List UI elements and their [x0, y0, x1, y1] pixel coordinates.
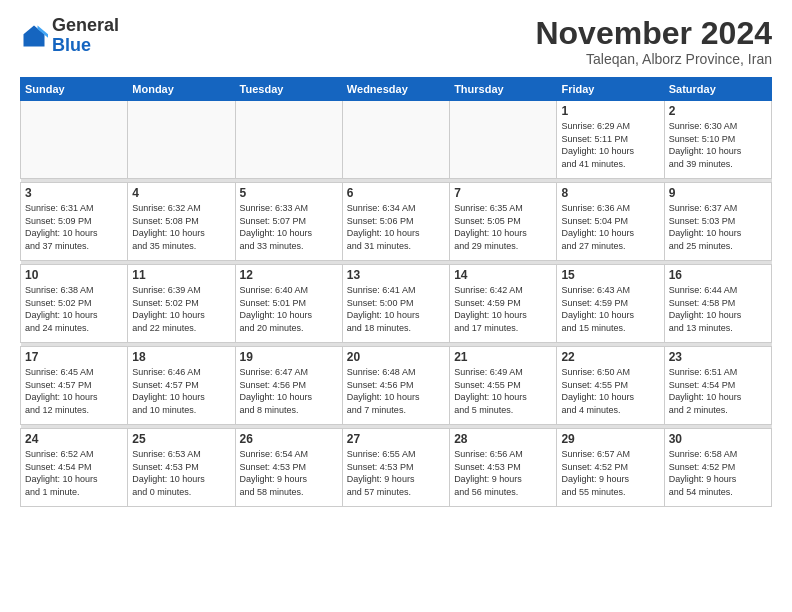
table-cell: 21Sunrise: 6:49 AM Sunset: 4:55 PM Dayli…: [450, 347, 557, 425]
logo-general: General: [52, 15, 119, 35]
svg-marker-0: [24, 25, 45, 46]
logo-text: General Blue: [52, 16, 119, 56]
day-number: 26: [240, 432, 338, 446]
day-info: Sunrise: 6:45 AM Sunset: 4:57 PM Dayligh…: [25, 366, 123, 416]
col-saturday: Saturday: [664, 78, 771, 101]
day-info: Sunrise: 6:34 AM Sunset: 5:06 PM Dayligh…: [347, 202, 445, 252]
table-cell: 7Sunrise: 6:35 AM Sunset: 5:05 PM Daylig…: [450, 183, 557, 261]
table-cell: 25Sunrise: 6:53 AM Sunset: 4:53 PM Dayli…: [128, 429, 235, 507]
day-info: Sunrise: 6:49 AM Sunset: 4:55 PM Dayligh…: [454, 366, 552, 416]
day-number: 3: [25, 186, 123, 200]
day-info: Sunrise: 6:53 AM Sunset: 4:53 PM Dayligh…: [132, 448, 230, 498]
day-number: 20: [347, 350, 445, 364]
day-info: Sunrise: 6:31 AM Sunset: 5:09 PM Dayligh…: [25, 202, 123, 252]
week-row-2: 3Sunrise: 6:31 AM Sunset: 5:09 PM Daylig…: [21, 183, 772, 261]
day-info: Sunrise: 6:32 AM Sunset: 5:08 PM Dayligh…: [132, 202, 230, 252]
day-info: Sunrise: 6:30 AM Sunset: 5:10 PM Dayligh…: [669, 120, 767, 170]
col-wednesday: Wednesday: [342, 78, 449, 101]
day-info: Sunrise: 6:29 AM Sunset: 5:11 PM Dayligh…: [561, 120, 659, 170]
day-info: Sunrise: 6:42 AM Sunset: 4:59 PM Dayligh…: [454, 284, 552, 334]
day-info: Sunrise: 6:56 AM Sunset: 4:53 PM Dayligh…: [454, 448, 552, 498]
day-info: Sunrise: 6:41 AM Sunset: 5:00 PM Dayligh…: [347, 284, 445, 334]
page: General Blue November 2024 Taleqan, Albo…: [0, 0, 792, 612]
day-info: Sunrise: 6:44 AM Sunset: 4:58 PM Dayligh…: [669, 284, 767, 334]
day-number: 29: [561, 432, 659, 446]
logo: General Blue: [20, 16, 119, 56]
day-info: Sunrise: 6:40 AM Sunset: 5:01 PM Dayligh…: [240, 284, 338, 334]
day-number: 14: [454, 268, 552, 282]
table-cell: [128, 101, 235, 179]
table-cell: 27Sunrise: 6:55 AM Sunset: 4:53 PM Dayli…: [342, 429, 449, 507]
table-cell: 3Sunrise: 6:31 AM Sunset: 5:09 PM Daylig…: [21, 183, 128, 261]
day-number: 6: [347, 186, 445, 200]
header: General Blue November 2024 Taleqan, Albo…: [20, 16, 772, 67]
day-number: 28: [454, 432, 552, 446]
day-info: Sunrise: 6:50 AM Sunset: 4:55 PM Dayligh…: [561, 366, 659, 416]
day-number: 15: [561, 268, 659, 282]
day-number: 27: [347, 432, 445, 446]
col-sunday: Sunday: [21, 78, 128, 101]
table-cell: 22Sunrise: 6:50 AM Sunset: 4:55 PM Dayli…: [557, 347, 664, 425]
day-number: 10: [25, 268, 123, 282]
table-cell: 19Sunrise: 6:47 AM Sunset: 4:56 PM Dayli…: [235, 347, 342, 425]
day-info: Sunrise: 6:33 AM Sunset: 5:07 PM Dayligh…: [240, 202, 338, 252]
table-cell: 11Sunrise: 6:39 AM Sunset: 5:02 PM Dayli…: [128, 265, 235, 343]
day-number: 12: [240, 268, 338, 282]
table-cell: 2Sunrise: 6:30 AM Sunset: 5:10 PM Daylig…: [664, 101, 771, 179]
day-info: Sunrise: 6:57 AM Sunset: 4:52 PM Dayligh…: [561, 448, 659, 498]
title-block: November 2024 Taleqan, Alborz Province, …: [535, 16, 772, 67]
day-info: Sunrise: 6:55 AM Sunset: 4:53 PM Dayligh…: [347, 448, 445, 498]
day-number: 4: [132, 186, 230, 200]
day-number: 11: [132, 268, 230, 282]
day-info: Sunrise: 6:35 AM Sunset: 5:05 PM Dayligh…: [454, 202, 552, 252]
day-number: 13: [347, 268, 445, 282]
table-cell: 26Sunrise: 6:54 AM Sunset: 4:53 PM Dayli…: [235, 429, 342, 507]
day-number: 5: [240, 186, 338, 200]
week-row-3: 10Sunrise: 6:38 AM Sunset: 5:02 PM Dayli…: [21, 265, 772, 343]
table-cell: 9Sunrise: 6:37 AM Sunset: 5:03 PM Daylig…: [664, 183, 771, 261]
table-cell: 13Sunrise: 6:41 AM Sunset: 5:00 PM Dayli…: [342, 265, 449, 343]
table-cell: 30Sunrise: 6:58 AM Sunset: 4:52 PM Dayli…: [664, 429, 771, 507]
table-cell: 24Sunrise: 6:52 AM Sunset: 4:54 PM Dayli…: [21, 429, 128, 507]
week-row-5: 24Sunrise: 6:52 AM Sunset: 4:54 PM Dayli…: [21, 429, 772, 507]
calendar-header: Sunday Monday Tuesday Wednesday Thursday…: [21, 78, 772, 101]
day-info: Sunrise: 6:48 AM Sunset: 4:56 PM Dayligh…: [347, 366, 445, 416]
day-info: Sunrise: 6:37 AM Sunset: 5:03 PM Dayligh…: [669, 202, 767, 252]
table-cell: [21, 101, 128, 179]
col-friday: Friday: [557, 78, 664, 101]
day-number: 16: [669, 268, 767, 282]
location-subtitle: Taleqan, Alborz Province, Iran: [535, 51, 772, 67]
table-cell: 5Sunrise: 6:33 AM Sunset: 5:07 PM Daylig…: [235, 183, 342, 261]
day-number: 30: [669, 432, 767, 446]
day-number: 2: [669, 104, 767, 118]
day-info: Sunrise: 6:36 AM Sunset: 5:04 PM Dayligh…: [561, 202, 659, 252]
table-cell: 20Sunrise: 6:48 AM Sunset: 4:56 PM Dayli…: [342, 347, 449, 425]
table-cell: [450, 101, 557, 179]
col-thursday: Thursday: [450, 78, 557, 101]
logo-icon: [20, 22, 48, 50]
table-cell: 12Sunrise: 6:40 AM Sunset: 5:01 PM Dayli…: [235, 265, 342, 343]
day-number: 25: [132, 432, 230, 446]
logo-blue: Blue: [52, 35, 91, 55]
weekday-row: Sunday Monday Tuesday Wednesday Thursday…: [21, 78, 772, 101]
table-cell: 23Sunrise: 6:51 AM Sunset: 4:54 PM Dayli…: [664, 347, 771, 425]
day-number: 8: [561, 186, 659, 200]
day-info: Sunrise: 6:58 AM Sunset: 4:52 PM Dayligh…: [669, 448, 767, 498]
day-number: 17: [25, 350, 123, 364]
day-number: 18: [132, 350, 230, 364]
day-info: Sunrise: 6:52 AM Sunset: 4:54 PM Dayligh…: [25, 448, 123, 498]
day-number: 9: [669, 186, 767, 200]
table-cell: [235, 101, 342, 179]
table-cell: 4Sunrise: 6:32 AM Sunset: 5:08 PM Daylig…: [128, 183, 235, 261]
day-info: Sunrise: 6:39 AM Sunset: 5:02 PM Dayligh…: [132, 284, 230, 334]
day-number: 23: [669, 350, 767, 364]
day-number: 21: [454, 350, 552, 364]
week-row-1: 1Sunrise: 6:29 AM Sunset: 5:11 PM Daylig…: [21, 101, 772, 179]
day-info: Sunrise: 6:54 AM Sunset: 4:53 PM Dayligh…: [240, 448, 338, 498]
day-number: 1: [561, 104, 659, 118]
week-row-4: 17Sunrise: 6:45 AM Sunset: 4:57 PM Dayli…: [21, 347, 772, 425]
table-cell: [342, 101, 449, 179]
day-info: Sunrise: 6:43 AM Sunset: 4:59 PM Dayligh…: [561, 284, 659, 334]
day-number: 24: [25, 432, 123, 446]
day-info: Sunrise: 6:38 AM Sunset: 5:02 PM Dayligh…: [25, 284, 123, 334]
